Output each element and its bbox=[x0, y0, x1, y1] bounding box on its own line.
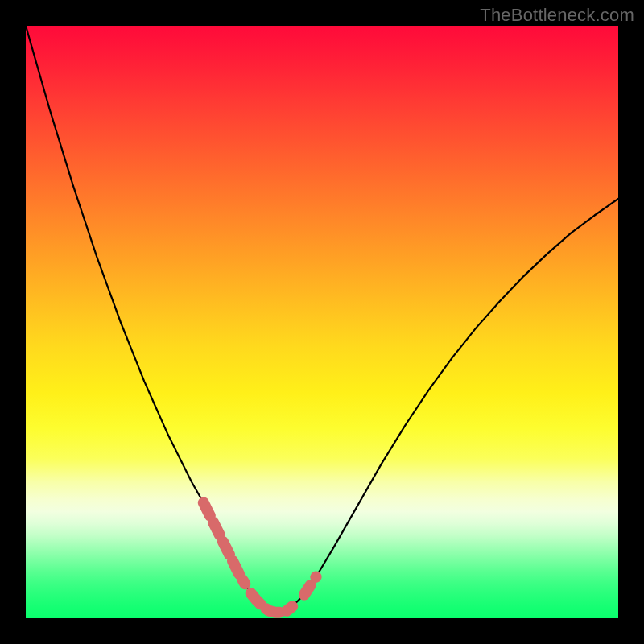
plot-area bbox=[26, 26, 618, 618]
highlight-segment-right bbox=[304, 576, 316, 594]
curve-svg bbox=[26, 26, 618, 618]
bottleneck-curve bbox=[26, 26, 618, 613]
watermark-text: TheBottleneck.com bbox=[480, 5, 634, 26]
highlight-segment-left bbox=[204, 502, 246, 584]
figure-frame: TheBottleneck.com bbox=[0, 0, 644, 644]
highlight-segment-bottom bbox=[251, 593, 293, 613]
